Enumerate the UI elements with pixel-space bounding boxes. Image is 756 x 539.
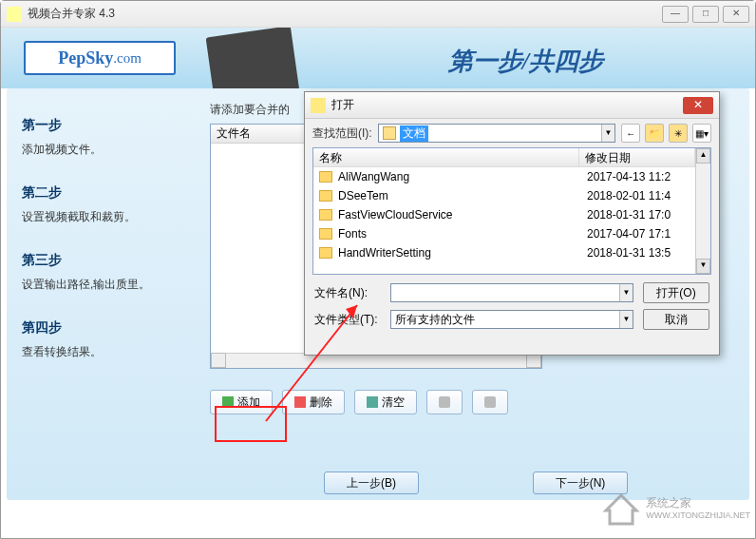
- clear-button-label: 清空: [382, 395, 405, 411]
- cancel-button[interactable]: 取消: [643, 309, 709, 330]
- watermark-line1: 系统之家: [646, 496, 750, 510]
- app-icon: [7, 7, 22, 22]
- row-date: 2018-02-01 11:4: [587, 189, 695, 202]
- open-button[interactable]: 打开(O): [643, 282, 709, 303]
- file-row[interactable]: HandWriterSetting 2018-01-31 13:5: [313, 243, 695, 262]
- up-arrow-icon: [439, 396, 450, 408]
- scroll-up-button[interactable]: ▲: [696, 148, 710, 164]
- minimize-button[interactable]: —: [662, 6, 689, 23]
- dialog-titlebar: 打开 ✕: [305, 92, 719, 119]
- folder-icon: [319, 247, 332, 259]
- file-toolbar: 添加 删除 清空: [210, 390, 742, 414]
- row-date: 2017-04-13 11:2: [587, 170, 695, 183]
- step-title: 第二步: [22, 184, 193, 202]
- clear-icon: [367, 396, 378, 408]
- scroll-track[interactable]: [696, 164, 710, 259]
- file-type-value: 所有支持的文件: [395, 312, 475, 328]
- prev-step-button[interactable]: 上一步(B): [324, 472, 419, 494]
- window-title: 视频合并专家 4.3: [28, 6, 662, 22]
- watermark: 系统之家 WWW.XITONGZHIJIA.NET: [602, 490, 750, 528]
- sidebar-step-4: 第四步 查看转换结果。: [22, 319, 193, 360]
- listview-rows[interactable]: AliWangWang 2017-04-13 11:2 DSeeTem 2018…: [313, 167, 695, 274]
- step-desc: 设置输出路径,输出质里。: [22, 277, 193, 293]
- row-name: HandWriterSetting: [338, 246, 587, 260]
- dialog-title: 打开: [331, 97, 683, 113]
- dialog-icon: [311, 98, 326, 113]
- file-type-combo[interactable]: 所有支持的文件 ▼: [390, 310, 633, 329]
- lookin-combo[interactable]: 文档 ▼: [378, 124, 615, 143]
- add-button[interactable]: 添加: [210, 390, 273, 414]
- step-desc: 添加视频文件。: [22, 142, 193, 158]
- delete-button[interactable]: 删除: [282, 390, 345, 414]
- sidebar-step-1: 第一步 添加视频文件。: [22, 117, 193, 158]
- logo-text-main: PepSky: [58, 48, 113, 68]
- folder-icon: [319, 228, 332, 240]
- row-name: Fonts: [338, 227, 587, 241]
- file-type-label: 文件类型(T):: [314, 312, 381, 328]
- house-icon: [602, 490, 640, 528]
- file-name-input[interactable]: ▼: [390, 283, 633, 302]
- file-row[interactable]: Fonts 2017-04-07 17:1: [313, 224, 695, 243]
- watermark-line2: WWW.XITONGZHIJIA.NET: [646, 510, 750, 521]
- chevron-down-icon[interactable]: ▼: [619, 311, 633, 328]
- row-name: DSeeTem: [338, 189, 587, 202]
- row-date: 2018-01-31 17:0: [587, 208, 695, 221]
- dialog-vscroll[interactable]: ▲ ▼: [695, 148, 710, 274]
- file-name-label: 文件名(N):: [314, 285, 381, 301]
- sidebar-steps: 第一步 添加视频文件。 第二步 设置视频截取和裁剪。 第三步 设置输出路径,输出…: [22, 117, 193, 387]
- maximize-button[interactable]: □: [692, 6, 719, 23]
- row-date: 2017-04-07 17:1: [587, 227, 695, 241]
- dialog-close-button[interactable]: ✕: [683, 97, 713, 114]
- step-desc: 设置视频截取和裁剪。: [22, 209, 193, 225]
- down-arrow-icon: [484, 396, 496, 408]
- file-row[interactable]: DSeeTem 2018-02-01 11:4: [313, 186, 695, 205]
- sidebar-step-3: 第三步 设置输出路径,输出质里。: [22, 252, 193, 293]
- row-date: 2018-01-31 13:5: [587, 246, 695, 260]
- open-file-dialog: 打开 ✕ 查找范围(I): 文档 ▼ ← 📁 ✳ ▦▾ 名称 修改日期 AliW…: [304, 91, 720, 356]
- titlebar: 视频合并专家 4.3 — □ ✕: [1, 1, 755, 28]
- folder-icon: [319, 171, 332, 183]
- lookin-value: 文档: [400, 125, 428, 142]
- new-folder-button[interactable]: ✳: [669, 124, 688, 143]
- row-name: FastViewCloudService: [338, 208, 587, 221]
- step-title: 第一步: [22, 117, 193, 134]
- x-icon: [294, 396, 306, 408]
- chevron-down-icon[interactable]: ▼: [619, 284, 633, 301]
- view-menu-button[interactable]: ▦▾: [692, 124, 711, 143]
- file-row[interactable]: AliWangWang 2017-04-13 11:2: [313, 167, 695, 186]
- up-folder-button[interactable]: 📁: [645, 124, 664, 143]
- row-name: AliWangWang: [338, 170, 587, 183]
- close-button[interactable]: ✕: [723, 6, 749, 23]
- folder-icon: [319, 190, 332, 202]
- file-row[interactable]: FastViewCloudService 2018-01-31 17:0: [313, 205, 695, 224]
- logo-text-sub: .com: [113, 50, 142, 67]
- scroll-down-button[interactable]: ▼: [696, 259, 710, 274]
- plus-icon: [222, 396, 234, 408]
- window-buttons: — □ ✕: [662, 6, 749, 23]
- file-list-col-name: 文件名: [217, 125, 251, 142]
- clear-button[interactable]: 清空: [354, 390, 417, 414]
- add-button-label: 添加: [237, 395, 260, 411]
- watermark-text: 系统之家 WWW.XITONGZHIJIA.NET: [646, 496, 750, 520]
- listview-header: 名称 修改日期: [313, 148, 695, 167]
- step-desc: 查看转换结果。: [22, 344, 193, 360]
- listview-columns: 名称 修改日期 AliWangWang 2017-04-13 11:2 DSee…: [313, 148, 695, 274]
- move-up-button[interactable]: [426, 390, 463, 414]
- folder-icon: [319, 209, 332, 221]
- scroll-left-button[interactable]: [211, 353, 226, 368]
- step-title: 第四步: [22, 319, 193, 337]
- film-strip-graphic: [206, 28, 300, 88]
- lookin-label: 查找范围(I):: [312, 125, 372, 142]
- dialog-lookin-row: 查找范围(I): 文档 ▼ ← 📁 ✳ ▦▾: [305, 119, 719, 147]
- col-date[interactable]: 修改日期: [579, 148, 695, 166]
- dialog-bottom: 文件名(N): ▼ 打开(O) 文件类型(T): 所有支持的文件 ▼ 取消: [305, 275, 719, 334]
- move-down-button[interactable]: [472, 390, 508, 414]
- delete-button-label: 删除: [310, 395, 332, 411]
- col-name[interactable]: 名称: [313, 148, 579, 166]
- chevron-down-icon[interactable]: ▼: [601, 125, 614, 142]
- folder-icon: [383, 126, 396, 140]
- dialog-nav-icons: ← 📁 ✳ ▦▾: [621, 124, 711, 143]
- sidebar-step-2: 第二步 设置视频截取和裁剪。: [22, 184, 193, 225]
- back-button[interactable]: ←: [621, 124, 640, 143]
- dialog-file-listview: 名称 修改日期 AliWangWang 2017-04-13 11:2 DSee…: [312, 147, 711, 275]
